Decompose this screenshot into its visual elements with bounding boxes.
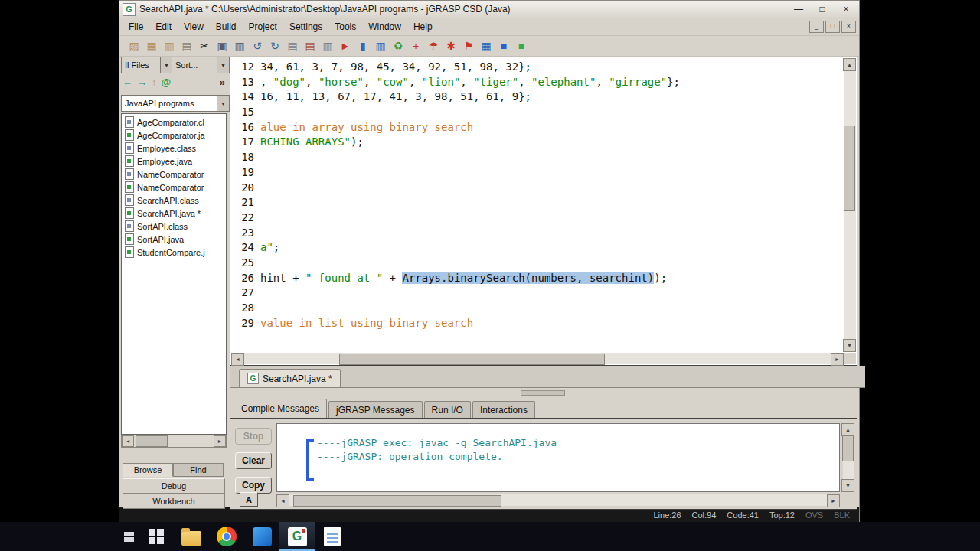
- menu-window[interactable]: Window: [362, 19, 407, 34]
- editor-hscrollbar[interactable]: ◄ ►: [231, 353, 844, 364]
- file-list[interactable]: AgeComparator.clAgeComparator.jaEmployee…: [121, 113, 227, 435]
- code-line[interactable]: 16alue in array using binary search: [236, 121, 844, 136]
- copy-button[interactable]: Copy: [235, 477, 272, 494]
- font-size-button[interactable]: A: [240, 492, 258, 507]
- file-list-item[interactable]: SearchAPI.java *: [122, 207, 226, 220]
- code-line[interactable]: 21: [236, 196, 844, 211]
- tab-compile-messages[interactable]: Compile Messages: [234, 399, 327, 418]
- messages-vscrollbar[interactable]: ▲ ▼: [843, 423, 854, 492]
- csd-generate-icon[interactable]: ▤: [286, 38, 299, 54]
- vscroll-thumb[interactable]: [844, 126, 855, 211]
- close-button[interactable]: ×: [836, 3, 856, 16]
- file-list-item[interactable]: SortAPI.class: [122, 220, 226, 233]
- sync-icon[interactable]: ♻: [391, 38, 405, 54]
- menu-edit[interactable]: Edit: [149, 19, 178, 34]
- scroll-left-icon[interactable]: ◄: [276, 494, 289, 507]
- file-list-item[interactable]: AgeComparator.cl: [122, 116, 226, 129]
- code-area[interactable]: 1234, 61, 3, 7, 98, 45, 34, 92, 51, 98, …: [231, 58, 844, 352]
- hscroll-thumb[interactable]: [293, 495, 501, 507]
- document-app-icon[interactable]: [315, 522, 350, 551]
- minimize-button[interactable]: —: [789, 3, 808, 16]
- back-icon[interactable]: ←: [122, 77, 132, 88]
- more-icon[interactable]: »: [220, 77, 227, 88]
- file-explorer-icon[interactable]: [174, 522, 209, 551]
- scroll-right-icon[interactable]: ►: [831, 353, 844, 366]
- copy-icon[interactable]: ▣: [215, 38, 229, 54]
- debug-button[interactable]: Debug: [122, 478, 225, 494]
- hscroll-thumb[interactable]: [339, 354, 605, 365]
- jgrasp-taskbar-icon[interactable]: G: [279, 522, 315, 551]
- app-blue-icon[interactable]: [244, 522, 279, 551]
- file-list-item[interactable]: NameComparator: [122, 168, 226, 181]
- message-output[interactable]: ----jGRASP exec: javac -g SearchAPI.java…: [276, 423, 840, 492]
- menu-help[interactable]: Help: [407, 19, 439, 34]
- mdi-close-button[interactable]: ×: [841, 21, 856, 33]
- scroll-left-icon[interactable]: ◄: [231, 353, 244, 366]
- scroll-up-icon[interactable]: ▲: [843, 58, 856, 71]
- tab-jgrasp-messages[interactable]: jGRASP Messages: [328, 401, 423, 418]
- start-button[interactable]: [139, 522, 174, 551]
- csd-remove-icon[interactable]: ▤: [303, 38, 317, 54]
- code-line[interactable]: 26hint + " found at " + Arrays.binarySea…: [236, 272, 844, 287]
- open-file-icon[interactable]: ▨: [127, 38, 141, 54]
- menu-file[interactable]: File: [122, 19, 149, 34]
- tab-browse[interactable]: Browse: [122, 463, 173, 477]
- file-list-item[interactable]: Employee.java: [122, 155, 226, 168]
- code-line[interactable]: 1234, 61, 3, 7, 98, 45, 34, 92, 51, 98, …: [236, 60, 844, 76]
- menu-build[interactable]: Build: [210, 19, 243, 34]
- save-file-icon[interactable]: ▦: [145, 38, 158, 54]
- up-folder-icon[interactable]: ↑: [152, 77, 157, 88]
- cut-icon[interactable]: ✂: [198, 38, 211, 54]
- editor-vscrollbar[interactable]: ▲ ▼: [844, 58, 856, 352]
- hscroll-thumb[interactable]: [136, 435, 168, 447]
- code-line[interactable]: 19: [236, 166, 844, 181]
- stop-blue-icon[interactable]: ■: [497, 38, 511, 54]
- umbrella-icon[interactable]: ☂: [426, 38, 440, 54]
- scroll-left-icon[interactable]: ◄: [122, 435, 134, 447]
- code-line[interactable]: 23: [236, 227, 844, 242]
- scroll-right-icon[interactable]: ►: [827, 494, 840, 507]
- vscroll-thumb[interactable]: [842, 435, 854, 461]
- save-all-icon[interactable]: ▥: [162, 38, 176, 54]
- file-list-item[interactable]: NameComparator: [122, 181, 226, 194]
- print-icon[interactable]: ▤: [180, 38, 194, 54]
- number-lines-icon[interactable]: ▥: [321, 38, 335, 54]
- code-line[interactable]: 20: [236, 181, 844, 197]
- maximize-button[interactable]: □: [812, 3, 832, 16]
- file-list-item[interactable]: SearchAPI.class: [122, 194, 226, 207]
- title-bar[interactable]: G SearchAPI.java * C:\Users\Administrato…: [119, 1, 859, 18]
- menu-settings[interactable]: Settings: [283, 19, 328, 34]
- scroll-up-icon[interactable]: ▲: [841, 423, 854, 436]
- chrome-icon[interactable]: [209, 522, 244, 551]
- code-line[interactable]: 18: [236, 151, 844, 166]
- code-line[interactable]: 1416, 11, 13, 67, 17, 41, 3, 98, 51, 61,…: [236, 90, 844, 106]
- file-list-item[interactable]: SortAPI.java: [122, 233, 226, 246]
- code-line[interactable]: 17RCHING ARRAYS");: [236, 135, 844, 151]
- sort-dropdown[interactable]: Sort... ▼: [172, 57, 230, 73]
- tab-run-i-o[interactable]: Run I/O: [424, 401, 471, 418]
- menu-tools[interactable]: Tools: [328, 19, 362, 34]
- code-line[interactable]: 29value in list using binary search: [236, 317, 844, 332]
- chart-icon[interactable]: ▮: [356, 38, 370, 54]
- files-filter-dropdown[interactable]: Il Files ▼: [121, 57, 173, 73]
- messages-hscrollbar[interactable]: ◄ ►: [276, 494, 840, 506]
- scroll-down-icon[interactable]: ▼: [843, 339, 856, 352]
- panel-splitter[interactable]: [230, 389, 856, 396]
- editor[interactable]: 1234, 61, 3, 7, 98, 45, 34, 92, 51, 98, …: [230, 57, 858, 366]
- scroll-down-icon[interactable]: ▼: [841, 479, 854, 492]
- file-list-item[interactable]: AgeComparator.ja: [122, 129, 226, 142]
- code-line[interactable]: 24a";: [236, 241, 844, 256]
- mdi-minimize-button[interactable]: _: [809, 21, 824, 33]
- tab-interactions[interactable]: Interactions: [472, 401, 535, 418]
- file-list-item[interactable]: Employee.class: [122, 142, 226, 155]
- pin-icon[interactable]: ⚑: [462, 38, 475, 54]
- code-line[interactable]: 22: [236, 211, 844, 227]
- grid-icon[interactable]: ▦: [479, 38, 493, 54]
- compile-dart-icon[interactable]: ►: [338, 38, 352, 54]
- debug-ant-icon[interactable]: ✱: [444, 38, 458, 54]
- file-list-item[interactable]: StudentCompare.j: [122, 246, 226, 259]
- undo-icon[interactable]: ↺: [250, 38, 264, 54]
- add-icon[interactable]: +: [409, 38, 423, 54]
- file-list-hscrollbar[interactable]: ◄ ►: [121, 435, 227, 448]
- clear-button[interactable]: Clear: [235, 452, 272, 469]
